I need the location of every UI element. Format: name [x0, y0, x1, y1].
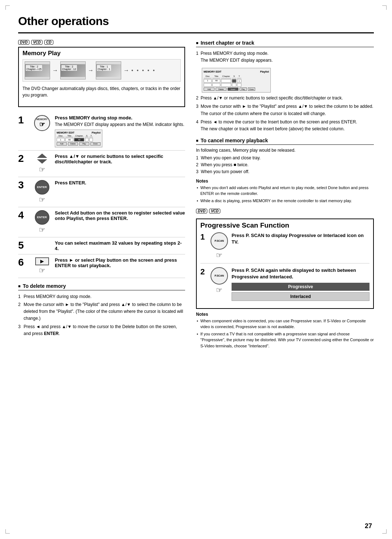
prog-note-2: If you connect a TV that is not compatib… [196, 331, 374, 349]
hand-icon-1: ☞ [39, 121, 45, 128]
step-4-icon-wrap: ENTER ☞ [32, 210, 52, 234]
memory-play-box: Memory Play Title : 2Chapter-->25 → Titl… [18, 47, 185, 107]
badge-vcd: VCD [31, 40, 42, 45]
step-1-title: Press MEMORY during stop mode. [55, 115, 185, 121]
disc-sequence: Title : 2Chapter-->25 → Title : 2Chapter… [23, 59, 181, 82]
step-5-text: You can select maximam 32 values by repe… [55, 240, 185, 251]
badge-cd: CD [44, 40, 53, 45]
step-6-title: Press ► or select Play button on the scr… [55, 257, 185, 268]
step-6-text: Press ► or select Play button on the scr… [55, 257, 185, 268]
dots: • • • • • [131, 68, 156, 73]
memory-play-intro: The DVD Changer automatically plays disc… [23, 85, 181, 98]
page-number: 27 [365, 522, 372, 530]
disc-thumb-2: Title : 2Chapter : 12 [60, 61, 86, 79]
step-6-number: 6 [18, 257, 29, 268]
cancel-notes: Notes When you don't add values onto Pla… [196, 179, 374, 204]
step-1: 1 MEMORY ☞ Press MEMORY during stop mode… [18, 112, 185, 151]
memory-edit-screenshot-2: MEMORY EDITPlaylist Disc Title Chapter S… [202, 66, 374, 93]
right-column: Insert chapter or track 1 Press MEMORY d… [196, 40, 374, 350]
hand-icon-3: ☞ [39, 195, 45, 204]
delete-memory-title: To delete memory [18, 283, 185, 290]
progressive-scan-box: Progressive Scan Function 1 P.SCAN ☞ Pre… [196, 219, 374, 309]
disc-thumb-3: Title : 1Chapter : 1 [96, 61, 121, 79]
step-6: 6 ▶ ☞ Press ► or select Play button on t… [18, 254, 185, 278]
step-1-number: 1 [18, 115, 29, 125]
delete-memory-section: To delete memory 1Press MEMORY during st… [18, 283, 185, 337]
badge-dvd: DVD [18, 40, 29, 45]
step-2: 2 ☞ Press ▲/▼ or numeric buttons to sele… [18, 151, 185, 177]
step-3: 3 ENTER ☞ Press ENTER. [18, 177, 185, 207]
cancel-item-2: 2 When you press ■ twice. [196, 162, 374, 168]
memory-edit-screenshot-1: MEMORY EDITPlaylist Disc Title Chapter S… [55, 130, 102, 147]
interlaced-bar: Interlaced [232, 292, 369, 301]
insert-chapter-section: Insert chapter or track 1 Press MEMORY d… [196, 40, 374, 132]
format-badges-left: DVD VCD CD [18, 40, 185, 45]
step-3-title: Press ENTER. [55, 180, 185, 185]
hand-prog-2: ☞ [216, 286, 222, 294]
step-3-number: 3 [18, 180, 29, 190]
step-4-title: Select Add button on the screen to regis… [55, 210, 185, 221]
format-badges-right: DVD VCD [196, 209, 374, 213]
pscan-button-2: P.SCAN [211, 267, 228, 285]
cancel-item-3: 3 When you turn power off. [196, 168, 374, 175]
enter-icon-3: ENTER [35, 180, 49, 195]
arrow-2: → [88, 67, 94, 74]
prog-step-2-title: Press P. SCAN again while displayed to s… [232, 267, 369, 280]
step-2-number: 2 [18, 154, 29, 164]
notes-label: Notes [196, 179, 374, 184]
step-3-text: Press ENTER. [55, 180, 185, 185]
insert-step-1: 1 Press MEMORY during stop mode.The MEMO… [196, 50, 374, 64]
cancel-item-1: 1 When you open and close tray. [196, 155, 374, 162]
left-column: DVD VCD CD Memory Play Title : 2Chapter-… [18, 40, 185, 350]
insert-step-4: 4 Press ◄ to move the cursor to the Inse… [196, 119, 374, 132]
prog-step-1-content: Press P. SCAN to display Progressive or … [232, 232, 369, 247]
arrow-3: → [123, 67, 129, 74]
triangle-down [37, 159, 47, 164]
prog-step-2-content: Press P. SCAN again while displayed to s… [232, 267, 369, 301]
play-icon: ▶ [35, 257, 49, 265]
arrow-1: → [52, 67, 58, 74]
step-3-icon-wrap: ENTER ☞ [32, 180, 52, 204]
corner-mark-tl [5, 5, 10, 10]
cancel-memory-section: To cancel memory playback In following c… [196, 138, 374, 204]
disc-label-3: Title : 1Chapter : 1 [97, 65, 111, 71]
step-4-number: 4 [18, 210, 29, 220]
notes-list: When you don't add values onto Playlist … [196, 185, 374, 204]
up-down-arrow-icon [37, 154, 47, 164]
prog-step-1-num: 1 [200, 232, 208, 242]
prog-notes-list: When component video is connected, you c… [196, 318, 374, 349]
progressive-bar: Progressive [232, 283, 369, 291]
delete-step-3: 3Press ◄ and press ▲/▼ to move the curso… [18, 323, 185, 337]
step-2-title: Press ▲/▼ or numeric buttons to select s… [55, 154, 185, 164]
insert-step-3: 3 Move the cursor with ► to the "Playlis… [196, 103, 374, 117]
step-1-memory-icon: MEMORY ☞ [34, 115, 50, 131]
hand-icon-2: ☞ [39, 165, 45, 174]
pscan-button-1: P.SCAN [211, 232, 228, 250]
cancel-intro: In following cases, Memory play would be… [196, 148, 374, 153]
prog-step-1-title: Press P. SCAN to display Progressive or … [232, 232, 369, 245]
step-4: 4 ENTER ☞ Select Add button on the scree… [18, 207, 185, 237]
note-2: While a disc is playing, press MEMORY on… [196, 198, 374, 204]
step-1-text: Press MEMORY during stop mode. The MEMOR… [55, 115, 185, 147]
prog-step-1: 1 P.SCAN ☞ Press P. SCAN to display Prog… [200, 232, 369, 264]
hand-icon-6: ☞ [39, 266, 45, 275]
disc-label-2: Title : 2Chapter : 12 [61, 65, 77, 71]
prog-step-2-num: 2 [200, 267, 208, 277]
note-1: When you don't add values onto Playlist … [196, 185, 374, 197]
insert-step-2: 2 Press ▲/▼ or numeric buttons to select… [196, 95, 374, 102]
step-2-text: Press ▲/▼ or numeric buttons to select s… [55, 154, 185, 164]
cancel-items: 1 When you open and close tray. 2 When y… [196, 155, 374, 176]
corner-mark-bl [5, 529, 10, 534]
disc-label-1: Title : 2Chapter-->25 [26, 65, 42, 71]
badge-vcd-right: VCD [209, 209, 220, 213]
step-6-icon-wrap: ▶ ☞ [32, 257, 52, 275]
step-5-number: 5 [18, 240, 29, 250]
disc-thumb-1: Title : 2Chapter-->25 [25, 61, 50, 79]
step-1-icon-wrap: MEMORY ☞ [32, 115, 52, 131]
prog-notes-section: Notes When component video is connected,… [196, 312, 374, 349]
enter-icon-4: ENTER [35, 210, 49, 225]
badge-dvd-right: DVD [196, 209, 207, 213]
progressive-scan-title: Progressive Scan Function [200, 221, 369, 229]
prog-notes-label: Notes [196, 312, 374, 317]
insert-steps: 1 Press MEMORY during stop mode.The MEMO… [196, 50, 374, 132]
